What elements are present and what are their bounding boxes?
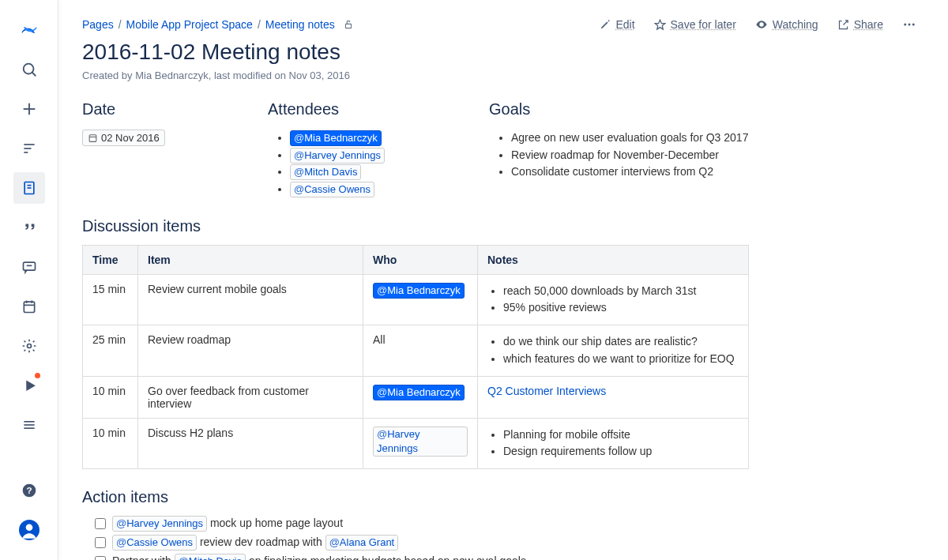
content-link[interactable]: Q2 Customer Interviews [487,385,606,397]
svg-point-0 [23,64,33,74]
svg-rect-12 [24,302,34,312]
action-checkbox[interactable] [95,518,106,529]
watching-button[interactable]: Watching [755,18,818,31]
comments-icon[interactable] [13,251,45,283]
notifications-icon[interactable] [13,370,45,401]
more-actions-button[interactable] [902,17,916,32]
quotes-icon[interactable] [13,212,45,243]
calendar-small-icon [88,133,98,143]
notification-badge [35,373,40,378]
action-item: @Harvey Jennings mock up home page layou… [95,516,916,532]
user-mention[interactable]: @Mitch Davis [290,164,361,180]
action-checkbox[interactable] [95,537,106,548]
pages-icon[interactable] [13,172,45,204]
breadcrumb-space[interactable]: Mobile App Project Space [126,18,253,31]
table-row: 25 minReview roadmapAlldo we think our s… [83,325,749,376]
create-icon[interactable] [13,93,45,125]
svg-point-26 [908,24,911,26]
attendees-heading: Attendees [268,100,489,118]
svg-rect-28 [89,135,96,142]
svg-point-25 [904,24,906,26]
user-mention[interactable]: @Harvey Jennings [373,427,468,457]
svg-text:?: ? [26,485,32,495]
action-items-list: @Harvey Jennings mock up home page layou… [82,516,916,560]
user-mention[interactable]: @Alana Grant [325,535,399,551]
date-section: Date 02 Nov 2016 [82,100,268,198]
menu-icon[interactable] [13,409,45,441]
activity-icon[interactable] [13,133,45,164]
user-mention[interactable]: @Harvey Jennings [290,148,385,163]
topbar: Pages / Mobile App Project Space / Meeti… [82,17,916,32]
discussion-table: Time Item Who Notes 15 minReview current… [82,245,749,469]
goals-heading: Goals [489,100,916,118]
help-icon[interactable]: ? [13,475,45,506]
action-checkbox[interactable] [95,556,106,560]
action-item: Partner with @Mitch Davis on finalizing … [95,554,916,560]
app-sidebar: ? [0,0,58,560]
edit-button[interactable]: Edit [600,18,634,31]
table-header-row: Time Item Who Notes [83,245,749,274]
action-items-section: Action items @Harvey Jennings mock up ho… [82,488,916,560]
svg-point-16 [27,344,31,348]
action-items-heading: Action items [82,488,916,506]
attendees-list: @Mia Bednarczyk@Harvey Jennings@Mitch Da… [268,130,489,198]
page-content: Pages / Mobile App Project Space / Meeti… [58,0,948,560]
discussion-heading: Discussion items [82,217,916,235]
page-title: 2016-11-02 Meeting notes [82,39,916,65]
date-heading: Date [82,100,268,118]
svg-line-1 [32,73,36,77]
user-mention[interactable]: @Harvey Jennings [112,516,207,532]
user-mention[interactable]: @Mia Bednarczyk [373,283,465,299]
col-notes: Notes [478,245,749,274]
attendees-section: Attendees @Mia Bednarczyk@Harvey Jenning… [268,100,489,198]
profile-avatar-icon[interactable] [13,514,45,546]
date-badge[interactable]: 02 Nov 2016 [82,130,165,146]
user-mention[interactable]: @Cassie Owens [290,182,374,197]
page-actions: Edit Save for later Watching Share [600,17,916,32]
share-button[interactable]: Share [837,18,883,31]
list-item: Agree on new user evaluation goals for Q… [511,130,916,147]
svg-rect-24 [345,24,351,28]
unlock-icon[interactable] [343,19,354,30]
calendar-icon[interactable] [13,291,45,322]
breadcrumb: Pages / Mobile App Project Space / Meeti… [82,18,354,31]
byline: Created by Mia Bednarczyk, last modified… [82,70,916,81]
goals-list: Agree on new user evaluation goals for Q… [489,130,916,181]
list-item: @Harvey Jennings [290,147,489,164]
svg-point-23 [25,524,32,531]
list-item: Consolidate customer interviews from Q2 [511,163,916,181]
list-item: @Cassie Owens [290,181,489,198]
list-item: @Mitch Davis [290,163,489,181]
table-row: 10 minGo over feedback from customer int… [83,376,749,418]
search-icon[interactable] [13,54,45,85]
user-mention[interactable]: @Mia Bednarczyk [290,130,382,146]
list-item: @Mia Bednarczyk [290,130,489,147]
user-mention[interactable]: @Mitch Davis [175,554,246,560]
action-item: @Cassie Owens review dev roadmap with @A… [95,535,916,551]
breadcrumb-page[interactable]: Meeting notes [265,18,335,31]
user-mention[interactable]: @Cassie Owens [112,535,197,551]
col-item: Item [138,245,363,274]
save-for-later-button[interactable]: Save for later [654,18,736,31]
user-mention[interactable]: @Mia Bednarczyk [373,385,465,400]
table-row: 15 minReview current mobile goals@Mia Be… [83,274,749,325]
settings-icon[interactable] [13,330,45,362]
list-item: Review roadmap for November-December [511,147,916,164]
goals-section: Goals Agree on new user evaluation goals… [489,100,916,198]
col-who: Who [363,245,478,274]
table-row: 10 minDiscuss H2 plans@Harvey JenningsPl… [83,418,749,468]
svg-point-27 [912,24,915,26]
breadcrumb-root[interactable]: Pages [82,18,114,31]
confluence-logo-icon[interactable] [13,14,45,46]
col-time: Time [83,245,138,274]
